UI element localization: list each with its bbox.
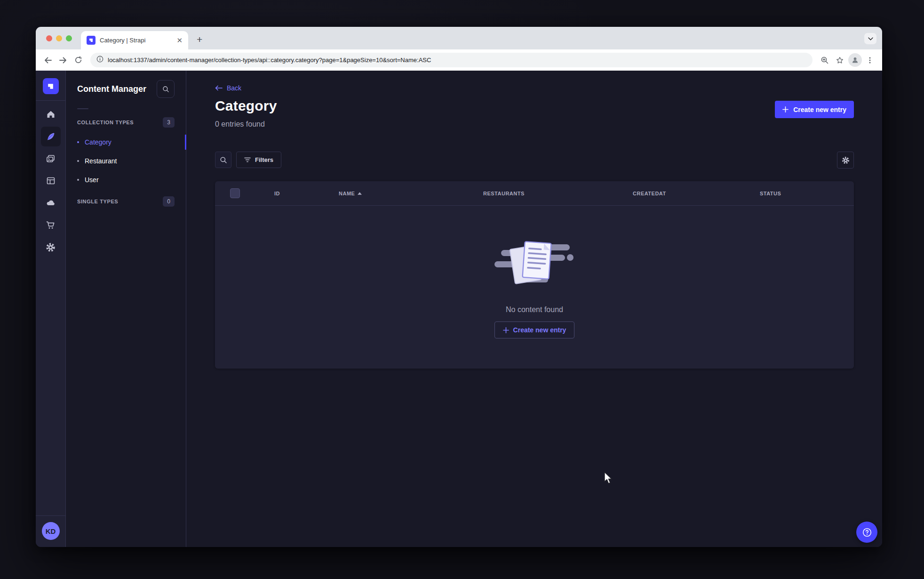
filters-button[interactable]: Filters: [236, 152, 281, 168]
bullet-icon: [77, 141, 79, 143]
strapi-app: KD Content Manager COLLECTION TYPES 3 Ca…: [36, 71, 882, 547]
table-header-row: ID NAME RESTAURANTS CREATEDAT STATUS: [215, 181, 854, 206]
empty-state: No content found Create new entry: [215, 206, 854, 369]
subnav-title: Content Manager: [77, 84, 146, 94]
strapi-logo[interactable]: [43, 78, 59, 94]
nav-cloud-icon[interactable]: [41, 193, 61, 213]
subnav-item-label: Restaurant: [85, 157, 117, 165]
question-mark-icon: [862, 527, 872, 538]
create-button-label: Create new entry: [793, 106, 846, 113]
tab-close-icon[interactable]: ✕: [176, 36, 183, 45]
back-label: Back: [227, 84, 241, 92]
url-text: localhost:1337/admin/content-manager/col…: [108, 56, 431, 64]
help-button[interactable]: [856, 522, 877, 543]
collection-types-section-header: COLLECTION TYPES 3: [66, 117, 186, 128]
filter-icon: [244, 157, 251, 162]
subnav-search-button[interactable]: [157, 80, 175, 98]
list-actions: Filters: [215, 152, 281, 168]
create-new-entry-button[interactable]: Create new entry: [775, 101, 854, 118]
main-nav-rail: KD: [36, 71, 66, 547]
profile-person-icon: [848, 53, 862, 67]
subnav-item-user[interactable]: User: [66, 170, 186, 189]
plus-icon: [503, 327, 509, 333]
back-arrow-icon: [215, 85, 223, 91]
traffic-lights: [46, 35, 72, 41]
collection-types-label: COLLECTION TYPES: [77, 120, 134, 125]
column-header-name[interactable]: NAME: [339, 191, 362, 196]
nav-bottom-divider: [36, 515, 66, 516]
collection-types-list: Category Restaurant User: [66, 133, 186, 189]
subnav-item-restaurant[interactable]: Restaurant: [66, 152, 186, 170]
single-types-section-header: SINGLE TYPES 0: [66, 196, 186, 207]
browser-tab-strip: Category | Strapi ✕ +: [36, 27, 882, 49]
close-window-button[interactable]: [46, 35, 52, 41]
single-types-label: SINGLE TYPES: [77, 199, 118, 204]
maximize-window-button[interactable]: [66, 35, 72, 41]
browser-forward-icon[interactable]: [56, 53, 71, 68]
address-bar[interactable]: localhost:1337/admin/content-manager/col…: [90, 53, 812, 67]
column-header-createdat[interactable]: CREATEDAT: [633, 191, 666, 196]
nav-media-library-icon[interactable]: [41, 149, 61, 169]
empty-cta-label: Create new entry: [513, 326, 566, 334]
subnav-item-label: User: [85, 176, 99, 184]
sort-asc-icon: [358, 192, 362, 195]
page-title: Category: [215, 98, 277, 114]
tab-search-chevron-icon[interactable]: [864, 33, 876, 44]
browser-back-icon[interactable]: [40, 53, 56, 68]
browser-window: Category | Strapi ✕ + localhost:1337/adm…: [36, 27, 882, 547]
browser-toolbar: localhost:1337/admin/content-manager/col…: [36, 49, 882, 71]
no-content-message: No content found: [506, 306, 563, 314]
minimize-window-button[interactable]: [56, 35, 62, 41]
column-header-id[interactable]: ID: [274, 191, 280, 196]
entries-count: 0 entries found: [215, 120, 265, 129]
new-tab-button[interactable]: +: [197, 34, 202, 44]
nav-marketplace-cart-icon[interactable]: [41, 215, 61, 235]
main-content: Back Category 0 entries found Create new…: [186, 71, 882, 547]
browser-reload-icon[interactable]: [71, 53, 86, 68]
nav-home-icon[interactable]: [41, 105, 61, 124]
bookmark-star-icon[interactable]: [832, 53, 847, 68]
empty-create-entry-button[interactable]: Create new entry: [494, 322, 575, 338]
browser-menu-dots-icon[interactable]: [862, 53, 877, 68]
plus-icon: [782, 106, 789, 113]
gear-icon: [842, 156, 850, 164]
bullet-icon: [77, 160, 79, 162]
content-manager-subnav: Content Manager COLLECTION TYPES 3 Categ…: [66, 71, 186, 547]
back-link[interactable]: Back: [215, 84, 241, 92]
subnav-item-category[interactable]: Category: [66, 133, 186, 152]
no-content-illustration-icon: [494, 239, 574, 286]
view-settings-button[interactable]: [837, 152, 854, 169]
list-search-button[interactable]: [215, 152, 231, 168]
browser-tab[interactable]: Category | Strapi ✕: [81, 31, 188, 49]
filters-label: Filters: [255, 156, 273, 163]
zoom-page-icon[interactable]: [817, 53, 832, 68]
tab-title: Category | Strapi: [100, 37, 172, 44]
nav-settings-gear-icon[interactable]: [41, 237, 61, 257]
strapi-favicon-icon: [87, 36, 96, 45]
subnav-divider: [77, 108, 88, 109]
subnav-header: Content Manager: [66, 80, 186, 98]
column-header-status[interactable]: STATUS: [760, 191, 781, 196]
user-avatar[interactable]: KD: [42, 522, 60, 540]
nav-content-type-builder-icon[interactable]: [41, 171, 61, 191]
collection-types-count-badge: 3: [163, 117, 175, 128]
single-types-count-badge: 0: [163, 196, 175, 207]
site-info-icon[interactable]: [96, 56, 104, 64]
entries-table: ID NAME RESTAURANTS CREATEDAT STATUS: [215, 181, 854, 369]
nav-content-manager-icon[interactable]: [41, 127, 61, 146]
select-all-checkbox[interactable]: [230, 188, 240, 198]
nav-divider: [36, 100, 66, 101]
column-header-restaurants[interactable]: RESTAURANTS: [483, 191, 525, 196]
subnav-item-label: Category: [85, 138, 112, 146]
bullet-icon: [77, 179, 79, 181]
browser-profile-avatar[interactable]: [847, 53, 862, 68]
nav-bottom: KD: [36, 515, 65, 547]
